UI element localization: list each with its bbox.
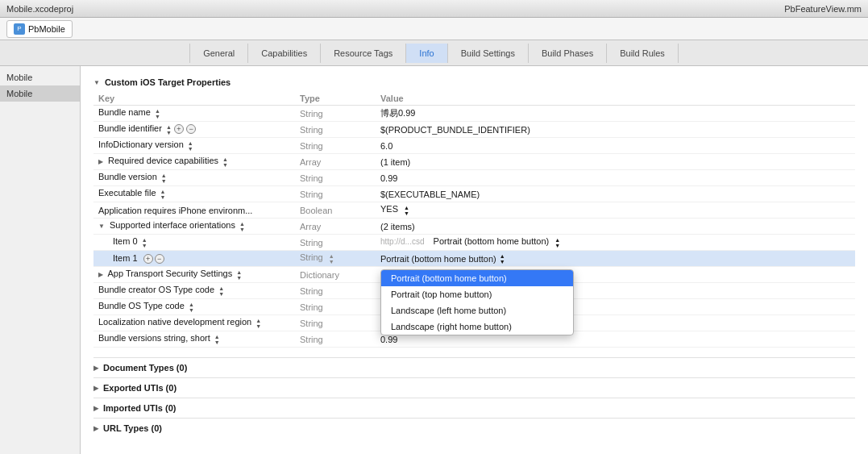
stepper-bundlever[interactable]: ▲▼ [161, 173, 167, 184]
stepper-exec[interactable]: ▲▼ [160, 189, 166, 200]
stepper-bundleid[interactable]: ▲▼ [166, 124, 172, 135]
item1-add-btn[interactable]: + [143, 254, 153, 264]
table-row: Item 0 ▲▼ String http://d...csd Portrait… [93, 235, 855, 251]
tab-build-rules[interactable]: Build Rules [607, 44, 679, 63]
properties-table: Key Type Value Bundle name ▲▼ String 博易0… [93, 92, 855, 348]
section-document-types[interactable]: ▶ Document Types (0) [93, 357, 855, 377]
key-cell: Bundle OS Type code ▲▼ [93, 299, 295, 315]
value-cell: 6.0 [376, 138, 855, 154]
value-cell: 0.99 [376, 170, 855, 186]
value-cell: $(PRODUCT_BUNDLE_IDENTIFIER) [376, 122, 855, 138]
dropdown-option-portrait-top[interactable]: Portrait (top home button) [381, 286, 573, 302]
dropdown-option-landscape-left[interactable]: Landscape (left home button) [381, 302, 573, 319]
stepper-ostype[interactable]: ▲▼ [189, 302, 194, 313]
section-triangle: ▶ [93, 364, 98, 372]
sidebar: Mobile Mobile [0, 66, 81, 454]
table-row: Bundle name ▲▼ String 博易0.99 [93, 106, 855, 122]
section-triangle: ▶ [93, 425, 98, 432]
main-layout: Mobile Mobile ▼ Custom iOS Target Proper… [0, 66, 868, 454]
value-cell: YES ▲▼ [376, 202, 855, 219]
dropdown-option-portrait-bottom[interactable]: Portrait (bottom home button) [381, 270, 573, 286]
type-cell: String [295, 138, 376, 154]
bool-stepper[interactable]: ▲▼ [404, 205, 409, 216]
type-cell: String ▲▼ [295, 251, 376, 267]
type-cell: String [295, 186, 376, 202]
value-cell: $(EXECUTABLE_NAME) [376, 186, 855, 202]
key-cell: Localization native development region ▲… [93, 315, 295, 331]
table-row: ▶ Required device capabilities ▲▼ Array … [93, 154, 855, 170]
type-cell: String [295, 283, 376, 299]
stepper-reqdev[interactable]: ▲▼ [222, 156, 228, 168]
remove-btn[interactable]: − [186, 124, 196, 134]
type-cell: Dictionary [295, 267, 376, 283]
section-imported-utis[interactable]: ▶ Imported UTIs (0) [93, 398, 855, 418]
file-tab-icon: P [14, 23, 25, 35]
stepper-apptrans[interactable]: ▲▼ [236, 269, 242, 281]
key-cell: ▶ App Transport Security Settings ▲▼ [93, 267, 295, 283]
tab-build-phases[interactable]: Build Phases [529, 44, 607, 63]
tab-build-settings[interactable]: Build Settings [448, 44, 529, 63]
type-cell: String [295, 122, 376, 138]
value-cell-item1: Portrait (bottom home button) ▲▼ Portrai… [376, 251, 855, 267]
section-url-types[interactable]: ▶ URL Types (0) [93, 418, 855, 438]
add-btn[interactable]: + [174, 124, 184, 134]
section-triangle: ▶ [93, 405, 98, 412]
tab-resource-tags[interactable]: Resource Tags [321, 44, 406, 63]
type-cell: String [295, 170, 376, 186]
sidebar-item-mobile[interactable]: Mobile [0, 69, 80, 85]
sidebar-item-mobile-selected[interactable]: Mobile [0, 85, 80, 102]
file-tab-label: PbMobile [28, 24, 65, 34]
item1-controls: + − [143, 254, 164, 264]
item0-stepper[interactable]: ▲▼ [554, 237, 560, 248]
tab-capabilities[interactable]: Capabilities [248, 44, 321, 63]
section-exported-utis[interactable]: ▶ Exported UTIs (0) [93, 377, 855, 398]
orientation-dropdown: Portrait (bottom home button) Portrait (… [380, 269, 574, 335]
file-title: PbFeatureView.mm [784, 4, 862, 14]
section-title: Custom iOS Target Properties [105, 77, 230, 87]
col-header-value: Value [376, 92, 855, 106]
file-tab[interactable]: P PbMobile [6, 20, 73, 38]
collapsed-sections: ▶ Document Types (0) ▶ Exported UTIs (0)… [93, 357, 855, 438]
tab-general[interactable]: General [189, 44, 248, 63]
value-cell: 博易0.99 [376, 106, 855, 122]
table-row: Bundle version ▲▼ String 0.99 [93, 170, 855, 186]
stepper-orient[interactable]: ▲▼ [239, 221, 245, 232]
section-label: URL Types (0) [103, 423, 162, 433]
key-cell: Bundle creator OS Type code ▲▼ [93, 283, 295, 299]
stepper-locale[interactable]: ▲▼ [255, 318, 261, 329]
section-triangle: ▼ [93, 79, 100, 86]
col-header-key: Key [93, 92, 295, 106]
key-cell: ▼ Supported interface orientations ▲▼ [93, 219, 295, 235]
type-cell: String [295, 315, 376, 331]
project-title: Mobile.xcodeproj [6, 4, 73, 14]
type-cell: String [295, 331, 376, 348]
tab-info[interactable]: Info [406, 44, 447, 63]
stepper-item0[interactable]: ▲▼ [142, 237, 147, 248]
table-row: Bundle identifier ▲▼ + − String $(PRODUC… [93, 122, 855, 138]
key-cell: Item 1 + − [93, 251, 295, 267]
stepper-bundlename[interactable]: ▲▼ [155, 108, 160, 119]
key-cell: ▶ Required device capabilities ▲▼ [93, 154, 295, 170]
item1-remove-btn[interactable]: − [155, 254, 164, 264]
key-cell: Executable file ▲▼ [93, 186, 295, 202]
stepper-shortver[interactable]: ▲▼ [214, 334, 220, 345]
type-cell: Array [295, 154, 376, 170]
nav-tabs: General Capabilities Resource Tags Info … [0, 40, 868, 66]
item1-stepper[interactable]: ▲▼ [500, 253, 505, 264]
stepper-creator[interactable]: ▲▼ [218, 285, 224, 297]
dropdown-option-landscape-right[interactable]: Landscape (right home button) [381, 319, 573, 335]
stepper-infodict[interactable]: ▲▼ [188, 140, 193, 152]
value-cell: http://d...csd Portrait (bottom home but… [376, 235, 855, 251]
type-cell: Boolean [295, 202, 376, 219]
table-row: Application requires iPhone environm... … [93, 202, 855, 219]
table-row-item1: Item 1 + − String ▲▼ Portrait (bottom ho… [93, 251, 855, 267]
value-cell: (2 items) [376, 219, 855, 235]
file-tab-bar: P PbMobile [0, 18, 868, 40]
section-triangle: ▶ [93, 385, 98, 392]
item1-type-stepper[interactable]: ▲▼ [329, 253, 334, 264]
type-cell: String [295, 235, 376, 251]
key-cell: Item 0 ▲▼ [93, 235, 295, 251]
section-header[interactable]: ▼ Custom iOS Target Properties [93, 73, 855, 92]
table-row: ▼ Supported interface orientations ▲▼ Ar… [93, 219, 855, 235]
col-header-type: Type [295, 92, 376, 106]
